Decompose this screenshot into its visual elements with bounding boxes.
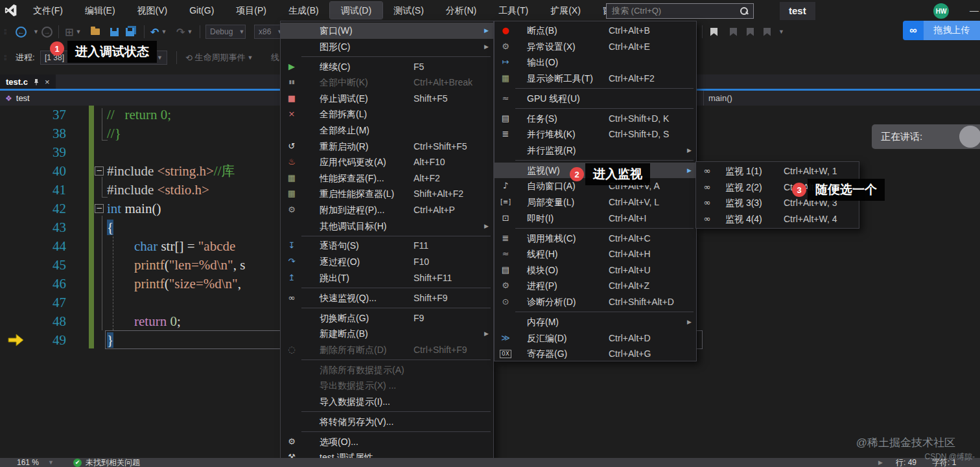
debug-menu-item[interactable]: ↥跳出(T)Shift+F11 xyxy=(281,270,493,286)
tab-test-c[interactable]: test.c × xyxy=(0,74,56,89)
debug-menu-item[interactable]: 全部终止(M) xyxy=(281,122,493,139)
debug-menu-item[interactable]: 其他调试目标(H)▶ xyxy=(281,218,493,234)
chart-icon: ▦ xyxy=(285,186,299,202)
undo-button[interactable]: ↶▼ xyxy=(150,21,167,43)
window-submenu-item[interactable]: ⚙异常设置(X)Ctrl+Alt+E xyxy=(495,39,696,55)
search-input[interactable]: 搜索 (Ctrl+Q) xyxy=(606,3,754,19)
code-token: { xyxy=(107,220,113,235)
close-tab-icon[interactable]: × xyxy=(45,77,50,87)
menu-item-shortcut: Ctrl+Alt+H xyxy=(609,246,651,262)
debug-menu-item[interactable]: ∞快速监视(Q)...Shift+F9 xyxy=(281,290,493,306)
menu-item-label: 性能探查器(F)... xyxy=(320,170,384,187)
window-submenu-item[interactable]: ●断点(B)Ctrl+Alt+B xyxy=(495,23,696,39)
toolbar-drag-handle-icon[interactable]: ⁞⁞ xyxy=(4,21,6,43)
menubar-item-6[interactable]: 生成(B) xyxy=(277,2,330,19)
menubar-item-9[interactable]: 分析(N) xyxy=(435,2,487,19)
search-icon[interactable] xyxy=(740,7,748,15)
status-expand-icon[interactable]: ▶ xyxy=(878,459,883,466)
window-submenu-item[interactable]: ⚙进程(P)Ctrl+Alt+Z xyxy=(495,278,696,294)
window-submenu-item[interactable]: ≫反汇编(D)Ctrl+Alt+D xyxy=(495,330,696,347)
window-submenu-item[interactable]: 0X寄存器(G)Ctrl+Alt+G xyxy=(495,346,696,361)
fold-collapse-icon[interactable]: − xyxy=(95,204,104,213)
save-button[interactable] xyxy=(110,21,119,43)
debug-menu-item[interactable]: ↧逐语句(S)F11 xyxy=(281,238,493,254)
navigate-back-button[interactable]: ← xyxy=(16,21,27,43)
window-submenu-item[interactable]: ≈线程(H)Ctrl+Alt+H xyxy=(495,246,696,262)
debug-menu-item[interactable]: 导入数据提示(I)... xyxy=(281,394,493,410)
menu-item-label: 内存(M) xyxy=(527,314,559,330)
window-submenu-item[interactable]: 并行监视(R)▶ xyxy=(495,142,696,159)
debug-menu-item[interactable]: ▶继续(C)F5 xyxy=(281,59,493,75)
window-submenu-item[interactable]: ↦输出(O) xyxy=(495,54,696,71)
bookmark-button[interactable] xyxy=(710,21,718,43)
back-dropdown-caret-icon[interactable]: ▼ xyxy=(31,21,39,43)
debug-menu-item[interactable]: 窗口(W)▶ xyxy=(281,23,493,39)
navigate-forward-button[interactable]: → xyxy=(41,21,52,43)
new-file-button[interactable]: ⊞▼ xyxy=(65,21,81,43)
window-submenu-item[interactable]: ⊡即时(I)Ctrl+Alt+I xyxy=(495,211,696,227)
menubar-item-11[interactable]: 扩展(X) xyxy=(539,2,592,19)
menu-item-label: 图形(C) xyxy=(320,39,350,55)
nav-member-dropdown[interactable]: main() xyxy=(708,93,732,103)
menubar-item-2[interactable]: 编辑(E) xyxy=(74,2,126,19)
next-bookmark-button[interactable] xyxy=(747,21,754,43)
window-submenu-item[interactable]: ≈GPU 线程(U) xyxy=(495,91,696,107)
prev-bookmark-button[interactable] xyxy=(730,21,737,43)
code-token: printf xyxy=(134,257,165,273)
minimize-button[interactable]: — xyxy=(970,5,979,16)
menu-item-label: 进程(P) xyxy=(527,278,557,294)
watch-submenu-item[interactable]: ∞监视 1(1)Ctrl+Alt+W, 1 xyxy=(696,163,859,179)
debug-menu: 窗口(W)▶图形(C)▶▶继续(C)F5▮▮全部中断(K)Ctrl+Alt+Br… xyxy=(280,21,494,459)
window-submenu-item[interactable]: 内存(M)▶ xyxy=(495,314,696,330)
clear-bookmarks-button[interactable] xyxy=(764,21,771,43)
debug-menu-item[interactable]: 新建断点(B)▶ xyxy=(281,326,493,342)
open-folder-button[interactable] xyxy=(91,21,100,43)
fold-collapse-icon[interactable]: − xyxy=(95,166,104,176)
menu-item-label: 切换断点(G) xyxy=(320,310,369,326)
lifecycle-events-button[interactable]: ⟲ 生命周期事件▼ xyxy=(185,47,253,69)
menubar-item-10[interactable]: 工具(T) xyxy=(487,2,539,19)
window-submenu-item[interactable]: ≣调用堆栈(C)Ctrl+Alt+C xyxy=(495,231,696,247)
window-submenu-item[interactable]: ⊙诊断分析(D)Ctrl+Shift+Alt+D xyxy=(495,294,696,310)
debug-menu-item[interactable]: ⚙选项(O)... xyxy=(281,434,493,450)
zoom-caret-icon[interactable]: ▼ xyxy=(48,459,54,466)
pin-icon[interactable] xyxy=(33,78,40,85)
debug-menu-item[interactable]: ↷逐过程(O)F10 xyxy=(281,254,493,270)
window-submenu-item[interactable]: [≡]局部变量(L)Ctrl+Alt+V, L xyxy=(495,194,696,211)
debug-menu-item[interactable]: ↺重新启动(R)Ctrl+Shift+F5 xyxy=(281,139,493,155)
debug-menu-item[interactable]: 切换断点(G)F9 xyxy=(281,310,493,326)
save-all-button[interactable] xyxy=(126,21,134,43)
debug-menu-item[interactable]: ×全部拆离(L) xyxy=(281,106,493,122)
menubar-item-8[interactable]: 测试(S) xyxy=(382,2,435,19)
menubar-item-4[interactable]: Git(G) xyxy=(178,2,225,19)
menubar-item-1[interactable]: 文件(F) xyxy=(22,2,74,19)
debug-menu-item[interactable]: 导出数据提示(X) ... xyxy=(281,378,493,394)
debug-menu-item[interactable]: ◌删除所有断点(D)Ctrl+Shift+F9 xyxy=(281,342,493,358)
debug-menu-item[interactable]: ♨应用代码更改(A)Alt+F10 xyxy=(281,154,493,170)
window-submenu-item[interactable]: ≣并行堆栈(K)Ctrl+Shift+D, S xyxy=(495,126,696,142)
user-avatar[interactable]: HW xyxy=(933,3,949,19)
menubar-item-7[interactable]: 调试(D) xyxy=(330,2,382,19)
debug-menu-item[interactable]: ⚙附加到进程(P)...Ctrl+Alt+P xyxy=(281,202,493,218)
code-token: // return 0; xyxy=(107,107,171,122)
toolbar-overflow-caret-icon[interactable]: ▼ xyxy=(776,21,784,43)
debug-menu-item[interactable]: ▦性能探查器(F)...Alt+F2 xyxy=(281,170,493,187)
window-submenu-item[interactable]: ▤任务(S)Ctrl+Shift+D, K xyxy=(495,111,696,127)
toolbar-drag-handle-icon[interactable]: ⁞⁞ xyxy=(4,47,6,69)
menubar-item-3[interactable]: 视图(V) xyxy=(126,2,179,19)
menubar-item-5[interactable]: 项目(P) xyxy=(225,2,277,19)
nav-project-dropdown[interactable]: test xyxy=(16,93,30,103)
watch-submenu-item[interactable]: ∞监视 4(4)Ctrl+Alt+W, 4 xyxy=(696,211,859,227)
window-submenu-item[interactable]: ▤模块(O)Ctrl+Alt+U xyxy=(495,262,696,279)
solution-config-dropdown[interactable]: Debug▼ xyxy=(205,21,246,43)
debug-menu-item[interactable]: 清除所有数据提示(A) xyxy=(281,362,493,378)
zoom-level-dropdown[interactable]: 161 % xyxy=(17,458,39,467)
window-submenu-item[interactable]: ▦显示诊断工具(T)Ctrl+Alt+F2 xyxy=(495,71,696,87)
debug-menu-item[interactable]: ▮▮全部中断(K)Ctrl+Alt+Break xyxy=(281,74,493,91)
debug-menu-item[interactable]: 将转储另存为(V)... xyxy=(281,414,493,430)
debug-menu-item[interactable]: ■停止调试(E)Shift+F5 xyxy=(281,91,493,107)
debug-menu-item[interactable]: 图形(C)▶ xyxy=(281,39,493,55)
netdisk-upload-button[interactable]: ∞ 拖拽上传 xyxy=(903,21,980,40)
debug-menu-item[interactable]: ▦重启性能探查器(L)Shift+Alt+F2 xyxy=(281,186,493,202)
redo-button[interactable]: ↷▼ xyxy=(176,21,192,43)
